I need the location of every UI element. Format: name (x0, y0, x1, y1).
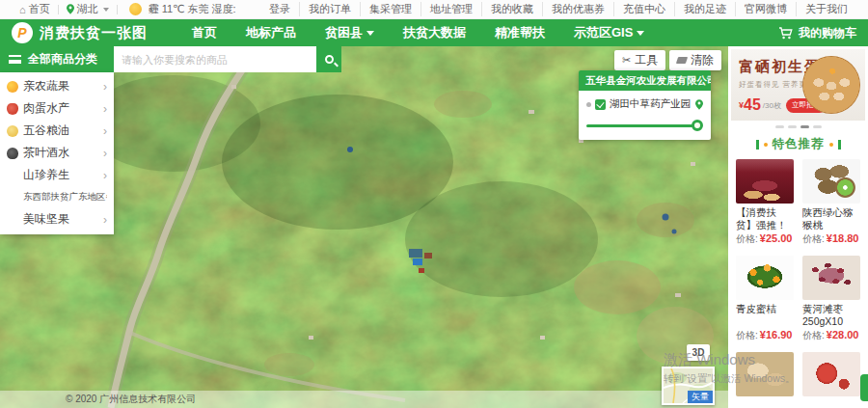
chevron-right-icon: › (103, 148, 107, 159)
carousel-dot[interactable] (788, 125, 797, 128)
banner-carousel-dots (728, 125, 868, 128)
location-selector[interactable]: 湖北 (59, 2, 117, 16)
product-card[interactable]: 黄河滩枣250gX10袋… 价格:¥28.00 (802, 256, 860, 342)
layer-checkbox[interactable] (595, 99, 606, 110)
satellite-map[interactable]: 全部商品分类 亲农蔬果 › 肉蛋水产 › 五谷粮油 (0, 46, 728, 408)
product-name: 黄河滩枣250gX10袋… (802, 303, 860, 328)
chevron-down-icon (637, 31, 644, 36)
about-link[interactable]: 关于我们 (796, 2, 856, 16)
category-item-tea-wine[interactable]: 茶叶酒水 › (0, 142, 114, 164)
content-area: 全部商品分类 亲农蔬果 › 肉蛋水产 › 五谷粮油 (0, 46, 868, 408)
company-popup: 五华县金河农业发展有限公司 × 湖田中草药产业园 (579, 70, 711, 140)
weather-condition: 霾 (149, 2, 159, 16)
chevron-right-icon: › (103, 81, 107, 93)
nav-label: 扶贫大数据 (403, 24, 466, 41)
coupons-link[interactable]: 我的优惠券 (542, 2, 613, 16)
side-widget-tab[interactable] (860, 374, 868, 401)
topbar-left: ⌂ 首页 湖北 霾 11℃ 东莞 湿度: (12, 0, 244, 18)
carousel-dot-active[interactable] (800, 125, 809, 128)
vector-mode-tag[interactable]: 矢量 (688, 391, 713, 403)
decoration-dot (764, 143, 768, 147)
category-label: 亲农蔬果 (23, 78, 101, 95)
price-value: ¥25.00 (760, 232, 793, 244)
carousel-dot[interactable] (775, 125, 784, 128)
nav-item-big-data[interactable]: 扶贫大数据 (395, 19, 474, 46)
brand-logo[interactable]: P (12, 22, 33, 43)
product-image-pomegranate (802, 352, 860, 396)
map-3d-button[interactable]: 3D (687, 344, 710, 361)
category-label: 茶叶酒水 (23, 145, 101, 161)
teapot-icon (7, 148, 18, 159)
chevron-right-icon: › (103, 103, 107, 115)
weather-humidity-label: 湿度: (211, 2, 235, 16)
product-image-kiwi (802, 159, 860, 204)
hamburger-menu-icon (9, 55, 21, 64)
product-card[interactable] (802, 352, 860, 396)
category-label: 肉蛋水产 (23, 100, 101, 117)
product-price: 价格:¥16.90 (736, 329, 794, 342)
weibo-link[interactable]: 官网微博 (735, 2, 796, 16)
topbar-links: 登录 我的订单 集采管理 地址管理 我的收藏 我的优惠券 充值中心 我的足迹 官… (260, 0, 856, 18)
weather-city: 东莞 (187, 2, 208, 16)
price-label: 价格: (736, 233, 758, 244)
all-categories-button[interactable]: 全部商品分类 (0, 46, 114, 72)
promo-banner[interactable]: 富硒初生蛋 好蛋看得见 营养更丰富 ¥ 45 /30枚 立即抢购 (731, 49, 865, 121)
my-orders-link[interactable]: 我的订单 (299, 2, 360, 16)
search-button[interactable] (316, 46, 341, 72)
nav-item-targeted-assistance[interactable]: 精准帮扶 (487, 19, 553, 46)
category-item-meat-seafood[interactable]: 肉蛋水产 › (0, 97, 114, 120)
nav-item-demo-gis[interactable]: 示范区GIS (566, 19, 652, 46)
slider-track (586, 124, 699, 127)
decoration-bar (756, 140, 759, 150)
category-label: 山珍养生 (23, 167, 101, 183)
procurement-link[interactable]: 集采管理 (360, 2, 420, 16)
recharge-link[interactable]: 充值中心 (613, 2, 674, 16)
category-item-mountain-health[interactable]: 山珍养生 › (0, 164, 114, 186)
home-link[interactable]: ⌂ 首页 (12, 2, 58, 16)
scissors-icon: ✂ (622, 55, 631, 66)
location-label: 湖北 (77, 2, 98, 16)
price-value: ¥28.00 (827, 329, 859, 340)
company-title: 五华县金河农业发展有限公司 (585, 74, 711, 88)
product-card[interactable]: 【消费扶贫】强推！高州… 价格:¥25.00 (736, 159, 794, 246)
nav-label: 精准帮扶 (495, 24, 545, 41)
overview-minimap[interactable]: 矢量 (662, 367, 715, 405)
map-copyright: © 2020 广州信息技术有限公司 (0, 391, 728, 408)
category-item-grains-oil[interactable]: 五谷粮油 › (0, 120, 114, 142)
cart-button[interactable]: 我的购物车 (778, 25, 856, 41)
nav-label: 地标产品 (246, 24, 296, 41)
product-card[interactable]: 陕西绿心猕猴桃 价格:¥18.80 (802, 159, 860, 246)
company-popup-header: 五华县金河农业发展有限公司 × (579, 70, 711, 91)
product-image-dates (802, 256, 860, 300)
carousel-dot[interactable] (813, 125, 822, 128)
home-label: 首页 (29, 2, 50, 16)
map-clear-button[interactable]: 清除 (669, 50, 721, 70)
category-item-fresh-produce[interactable]: 亲农蔬果 › (0, 75, 114, 97)
address-link[interactable]: 地址管理 (420, 2, 481, 16)
category-label: 美味坚果 (23, 211, 101, 228)
product-name: 陕西绿心猕猴桃 (802, 206, 860, 231)
search-input[interactable] (114, 46, 316, 72)
category-item-east-west-pavilions[interactable]: 东西部扶贫广东地区各馆 (0, 186, 114, 208)
product-price: 价格:¥25.00 (736, 232, 794, 246)
footprint-link[interactable]: 我的足迹 (674, 2, 735, 16)
layer-pin-icon[interactable] (695, 99, 703, 110)
nav-item-home[interactable]: 首页 (184, 19, 225, 46)
eraser-icon (676, 57, 688, 64)
favorites-link[interactable]: 我的收藏 (481, 2, 542, 16)
login-link[interactable]: 登录 (260, 2, 299, 16)
egg-basket-image (802, 56, 860, 114)
price-label: 价格: (736, 330, 758, 340)
product-image-sweet-potato (736, 159, 794, 204)
product-card[interactable] (736, 352, 794, 396)
price-value: ¥18.80 (827, 232, 859, 244)
nav-item-landmark-products[interactable]: 地标产品 (238, 19, 304, 46)
category-item-nuts[interactable]: 美味坚果 › (0, 208, 114, 231)
slider-knob[interactable] (692, 120, 703, 131)
product-card[interactable]: 青皮蜜桔 价格:¥16.90 (736, 256, 794, 342)
opacity-slider[interactable] (586, 120, 703, 131)
map-tools-button[interactable]: ✂ 工具 (614, 50, 665, 70)
nav-item-poverty-counties[interactable]: 贫困县 (317, 19, 382, 46)
category-label: 五谷粮油 (23, 122, 101, 139)
nav-menu: 首页 地标产品 贫困县 扶贫大数据 精准帮扶 示范区GIS (184, 19, 652, 46)
